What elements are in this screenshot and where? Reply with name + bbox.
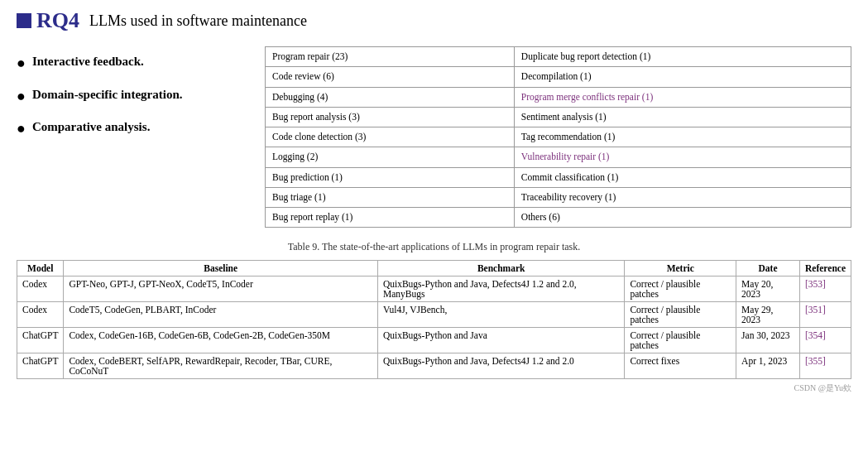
bullet-dot-icon: ●	[17, 55, 26, 73]
rq4-box: RQ4	[17, 8, 79, 33]
cat-left-cell: Bug report replay (1)	[266, 208, 515, 228]
cat-left-cell: Code review (6)	[266, 67, 515, 87]
table-row: CodexGPT-Neo, GPT-J, GPT-NeoX, CodeT5, I…	[17, 276, 851, 302]
cat-left-cell: Bug report analysis (3)	[266, 107, 515, 127]
cat-right-cell: Program merge conflicts repair (1)	[514, 87, 851, 107]
list-item: ● Domain-specific integration.	[17, 88, 248, 106]
table-cell: QuixBugs-Python and Java	[377, 328, 624, 353]
rq4-square-icon	[17, 13, 31, 28]
page-title: LLMs used in software maintenance	[89, 12, 307, 30]
table-cell: QuixBugs-Python and Java, Defects4J 1.2 …	[377, 353, 624, 379]
table-body: CodexGPT-Neo, GPT-J, GPT-NeoX, CodeT5, I…	[17, 276, 851, 379]
table-cell: [355]	[800, 353, 851, 379]
cat-right-cell: Duplicate bug report detection (1)	[514, 47, 851, 67]
table-cell: GPT-Neo, GPT-J, GPT-NeoX, CodeT5, InCode…	[64, 276, 377, 302]
table-row: CodexCodeT5, CodeGen, PLBART, InCoderVul…	[17, 302, 851, 328]
table-row: Bug prediction (1)Commit classification …	[266, 167, 851, 187]
table-cell: Correct / plausible patches	[625, 302, 736, 328]
table-cell: ChatGPT	[17, 328, 64, 353]
list-item: ● Comparative analysis.	[17, 120, 248, 138]
cat-right-cell: Sentiment analysis (1)	[514, 107, 851, 127]
table-header-cell: Reference	[800, 261, 851, 276]
cat-left-cell: Logging (2)	[266, 147, 515, 167]
table-header-cell: Baseline	[64, 261, 377, 276]
cat-left-cell: Bug triage (1)	[266, 187, 515, 207]
table-cell: Codex	[17, 302, 64, 328]
list-item: ● Interactive feedback.	[17, 55, 248, 73]
table-header-cell: Date	[736, 261, 800, 276]
table-cell: Correct / plausible patches	[625, 276, 736, 302]
cat-left-cell: Code clone detection (3)	[266, 127, 515, 147]
table-cell: Codex	[17, 276, 64, 302]
table-cell: Vul4J, VJBench,	[377, 302, 624, 328]
cat-right-cell: Decompilation (1)	[514, 67, 851, 87]
cat-right-cell: Tag recommendation (1)	[514, 127, 851, 147]
table-header-cell: Model	[17, 261, 64, 276]
table-header-row: ModelBaselineBenchmarkMetricDateReferenc…	[17, 261, 851, 276]
table-cell: Jan 30, 2023	[736, 328, 800, 353]
table-row: Bug report analysis (3)Sentiment analysi…	[266, 107, 851, 127]
table-row: Program repair (23)Duplicate bug report …	[266, 47, 851, 67]
cat-right-cell: Others (6)	[514, 208, 851, 228]
table-row: Bug report replay (1)Others (6)	[266, 208, 851, 228]
cat-left-cell: Debugging (4)	[266, 87, 515, 107]
table-header-cell: Benchmark	[377, 261, 624, 276]
table-cell: Correct / plausible patches	[625, 328, 736, 353]
table-cell: May 20, 2023	[736, 276, 800, 302]
rq4-label: RQ4	[36, 8, 79, 33]
table-cell: CodeT5, CodeGen, PLBART, InCoder	[64, 302, 377, 328]
content-area: ● Interactive feedback. ● Domain-specifi…	[17, 46, 851, 228]
table-row: Code review (6)Decompilation (1)	[266, 67, 851, 87]
bullet-text-1: Interactive feedback.	[32, 55, 144, 69]
table-cell: May 29, 2023	[736, 302, 800, 328]
table-cell: Codex, CodeBERT, SelfAPR, RewardRepair, …	[64, 353, 377, 379]
table-header-cell: Metric	[625, 261, 736, 276]
table-cell: [353]	[800, 276, 851, 302]
table-cell: [351]	[800, 302, 851, 328]
table-row: ChatGPTCodex, CodeBERT, SelfAPR, RewardR…	[17, 353, 851, 379]
table-caption: Table 9. The state-of-the-art applicatio…	[17, 241, 851, 253]
table-row: ChatGPTCodex, CodeGen-16B, CodeGen-6B, C…	[17, 328, 851, 353]
bullet-dot-icon: ●	[17, 120, 26, 138]
main-table: ModelBaselineBenchmarkMetricDateReferenc…	[17, 260, 851, 379]
table-cell: ChatGPT	[17, 353, 64, 379]
table-row: Code clone detection (3)Tag recommendati…	[266, 127, 851, 147]
table-cell: Correct fixes	[625, 353, 736, 379]
cat-left-cell: Program repair (23)	[266, 47, 515, 67]
table-cell: Apr 1, 2023	[736, 353, 800, 379]
cat-left-cell: Bug prediction (1)	[266, 167, 515, 187]
table-cell: Codex, CodeGen-16B, CodeGen-6B, CodeGen-…	[64, 328, 377, 353]
watermark: CSDN @是Yu欸	[17, 382, 851, 394]
bullet-dot-icon: ●	[17, 88, 26, 106]
caption-text: Table 9. The state-of-the-art applicatio…	[288, 241, 580, 252]
bullet-text-2: Domain-specific integration.	[32, 88, 183, 102]
table-cell: [354]	[800, 328, 851, 353]
cat-right-cell: Traceability recovery (1)	[514, 187, 851, 207]
categories-table: Program repair (23)Duplicate bug report …	[265, 46, 851, 228]
table-row: Debugging (4)Program merge conflicts rep…	[266, 87, 851, 107]
table-row: Bug triage (1)Traceability recovery (1)	[266, 187, 851, 207]
bullet-text-3: Comparative analysis.	[32, 120, 151, 134]
page-header: RQ4 LLMs used in software maintenance	[17, 8, 851, 33]
bullet-list: ● Interactive feedback. ● Domain-specifi…	[17, 46, 248, 228]
cat-right-cell: Vulnerability repair (1)	[514, 147, 851, 167]
table-cell: QuixBugs-Python and Java, Defects4J 1.2 …	[377, 276, 624, 302]
cat-right-cell: Commit classification (1)	[514, 167, 851, 187]
table-row: Logging (2)Vulnerability repair (1)	[266, 147, 851, 167]
